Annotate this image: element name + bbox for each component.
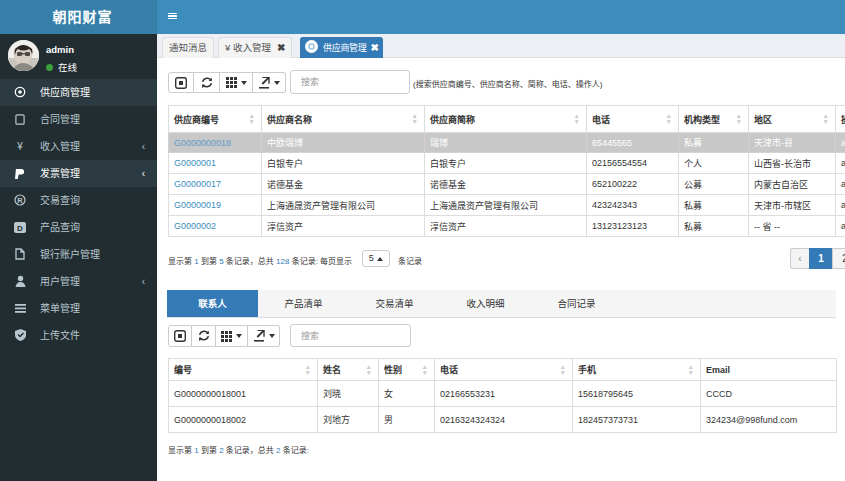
svg-text:R: R (17, 196, 23, 205)
svg-text:D: D (17, 224, 23, 233)
